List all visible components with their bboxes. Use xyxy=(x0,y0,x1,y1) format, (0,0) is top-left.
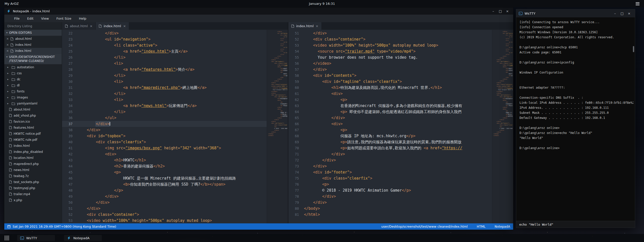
code-line[interactable]: 80</body> xyxy=(288,205,492,212)
minimize-icon[interactable]: – xyxy=(612,12,618,15)
line-number[interactable]: 75 xyxy=(288,175,304,181)
code-line[interactable]: 51 </div> xyxy=(288,30,492,36)
line-number[interactable]: 58 xyxy=(288,73,304,79)
line-number[interactable]: 65 xyxy=(288,115,304,121)
line-number[interactable]: 39 xyxy=(62,133,78,139)
code-line[interactable]: 77 © 2018 - 2019 HKWTC Animation Gamer</… xyxy=(288,187,492,193)
code-line[interactable]: 65 </div> xyxy=(288,115,492,121)
line-number[interactable]: 76 xyxy=(288,181,304,187)
line-number[interactable]: 31 xyxy=(62,85,78,91)
line-number[interactable]: 62 xyxy=(288,97,304,103)
code-line[interactable]: 41 <img src="images/box.png" height="342… xyxy=(62,145,267,151)
line-number[interactable]: 40 xyxy=(62,139,78,145)
minimap[interactable]: </div> <ul id="navigation"> <li class="a… xyxy=(492,30,513,223)
code-area-left[interactable]: 22 </div>23 <ul id="navigation">24 <li c… xyxy=(62,30,288,223)
line-number[interactable]: 70 xyxy=(288,145,304,151)
code-line[interactable]: 79 </div> xyxy=(288,199,492,205)
code-line[interactable]: 29 </li> xyxy=(62,73,267,79)
line-number[interactable]: 47 xyxy=(62,181,78,187)
line-number[interactable]: 43 xyxy=(62,157,78,163)
line-number[interactable]: 64 xyxy=(288,109,304,115)
line-number[interactable]: 49 xyxy=(62,193,78,199)
line-number[interactable]: 48 xyxy=(62,187,78,193)
menu-view[interactable]: View xyxy=(37,16,53,21)
code-line[interactable]: 26 </li> xyxy=(62,54,267,60)
code-line[interactable]: 67 <p> xyxy=(288,127,492,133)
code-line[interactable]: 47 <b>你知道我們全部伺服器已轉用 SSD 了嗎?</b></span> xyxy=(62,181,267,187)
code-line[interactable]: 27 <li> xyxy=(62,60,267,66)
line-number[interactable]: 28 xyxy=(62,66,78,73)
line-number[interactable]: 22 xyxy=(62,30,78,36)
code-line[interactable]: 66 <div> xyxy=(288,121,492,127)
line-number[interactable]: 23 xyxy=(62,36,78,42)
code-line[interactable]: 42 <div> xyxy=(62,151,267,157)
line-number[interactable]: 44 xyxy=(62,163,78,169)
line-number[interactable]: 56 xyxy=(288,60,304,66)
line-number[interactable]: 34 xyxy=(62,103,78,109)
code-line[interactable]: 63 在香港的Minecraft 伺服器中,多為小遊戲和純生存的伺服器,較少擁有 xyxy=(288,103,492,109)
code-line[interactable]: 72 </div> xyxy=(288,157,492,163)
terminal-input[interactable]: echo "Hello World" xyxy=(516,221,635,228)
code-line[interactable]: 56 </video> xyxy=(288,60,492,66)
tree-file[interactable]: favicon.ico xyxy=(4,119,62,125)
tree-file[interactable]: teabag.7z xyxy=(4,173,62,179)
close-icon[interactable]: × xyxy=(504,9,511,13)
tree-file[interactable]: features.html xyxy=(4,125,62,131)
code-line[interactable]: 23 <ul id="navigation"> xyxy=(62,36,267,42)
code-line[interactable]: 32 </li> xyxy=(62,91,267,97)
line-number[interactable]: 59 xyxy=(288,79,304,85)
line-number[interactable]: 61 xyxy=(288,91,304,97)
line-number[interactable]: 67 xyxy=(288,127,304,133)
code-line[interactable]: 53 <video width="100%" height="500px" au… xyxy=(288,42,492,48)
code-line[interactable]: 81</html> xyxy=(288,212,492,218)
tree-folder[interactable]: ▸dl xyxy=(4,82,62,88)
code-line[interactable]: 43 <h1>HKWTC</h1> xyxy=(62,157,267,163)
code-line[interactable]: 74 <div id="footer"> xyxy=(288,169,492,175)
tree-file[interactable]: news.html xyxy=(4,167,62,173)
wstty-titlebar[interactable]: WsTTY – □ × xyxy=(516,9,635,17)
code-line[interactable]: 58 <div id="contents"> xyxy=(288,73,492,79)
code-line[interactable]: 70 <p>如有問題或需要申請白名單,歡迎加入我們的 <a href="http… xyxy=(288,145,492,151)
close-icon[interactable]: × xyxy=(90,24,93,28)
line-number[interactable]: 53 xyxy=(288,42,304,48)
code-line[interactable]: 52 <div class="container"> xyxy=(288,36,492,42)
code-line[interactable]: 28 <a href="features.html">簡介</a> xyxy=(62,66,267,73)
code-line[interactable]: 75 <div class="clearfix"> xyxy=(288,175,492,181)
code-line[interactable]: 48 </p> xyxy=(62,187,267,193)
line-number[interactable]: 33 xyxy=(62,97,78,103)
code-line[interactable]: 44 <h2>香港的建築伺服器</h2> xyxy=(62,163,267,169)
open-editor-item[interactable]: ×about.html xyxy=(4,36,62,42)
app-launcher-icon[interactable] xyxy=(5,236,9,240)
line-number[interactable]: 78 xyxy=(288,193,304,199)
line-number[interactable]: 71 xyxy=(288,151,304,157)
tree-file[interactable]: index.php_disabled xyxy=(4,149,62,155)
line-number[interactable]: 69 xyxy=(288,139,304,145)
line-number[interactable]: 68 xyxy=(288,133,304,139)
line-number[interactable]: 63 xyxy=(288,103,304,109)
line-number[interactable]: 55 xyxy=(288,54,304,60)
code-line[interactable]: 49 </div> xyxy=(62,193,267,199)
statusbar-language[interactable]: HTML xyxy=(477,225,486,228)
code-line[interactable]: 64 <p> 即使你不是建築師,你也能透過紅石師或鐵路工程師的身份加入我們 xyxy=(288,109,492,115)
line-number[interactable]: 51 xyxy=(288,30,304,36)
close-icon[interactable]: × xyxy=(316,24,318,28)
line-number[interactable]: 80 xyxy=(288,205,304,212)
line-number[interactable]: 30 xyxy=(62,79,78,85)
minimize-icon[interactable]: – xyxy=(490,9,497,13)
code-line[interactable]: 46 HKWTC 是一個 Minecraft 的建築伺服器,主要建築計劃包括鐵路 xyxy=(62,175,267,181)
close-icon[interactable]: × xyxy=(6,37,9,41)
menu-font-size[interactable]: Font Size xyxy=(53,16,75,21)
minimap[interactable]: </div> <ul id="navigation"> <li class="a… xyxy=(267,30,288,223)
line-number[interactable]: 32 xyxy=(62,91,78,97)
line-number[interactable]: 37 xyxy=(62,121,78,127)
code-line[interactable]: 59 <div id="tagline" class="clearfix"> xyxy=(288,79,492,85)
line-number[interactable]: 36 xyxy=(62,115,78,121)
close-icon[interactable]: × xyxy=(6,43,9,47)
tree-folder[interactable]: ▸fonts xyxy=(4,88,62,94)
line-number[interactable]: 26 xyxy=(62,54,78,60)
line-number[interactable]: 73 xyxy=(288,163,304,169)
tree-file[interactable]: about.html xyxy=(4,107,62,113)
menu-file[interactable]: File xyxy=(10,16,23,21)
code-line[interactable]: 78 </div> xyxy=(288,193,492,199)
line-number[interactable]: 24 xyxy=(62,42,78,48)
